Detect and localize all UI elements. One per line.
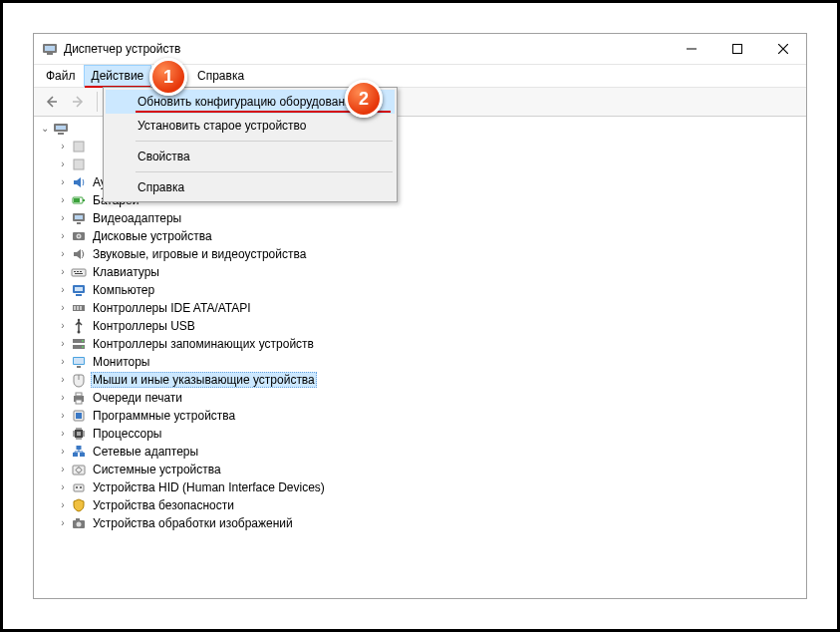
svg-rect-4 bbox=[733, 45, 742, 54]
annotation-badge-2: 2 bbox=[345, 80, 383, 118]
expand-icon[interactable]: › bbox=[56, 445, 70, 459]
svg-point-36 bbox=[82, 340, 84, 342]
expand-icon[interactable]: › bbox=[56, 463, 70, 476]
usb-icon bbox=[71, 318, 87, 334]
tree-category[interactable]: ›Мониторы bbox=[54, 353, 806, 371]
tree-category-label: Устройства HID (Human Interface Devices) bbox=[91, 480, 327, 494]
tree-category[interactable]: ›Устройства обработки изображений bbox=[54, 514, 806, 532]
menu-separator bbox=[136, 141, 393, 142]
svg-rect-27 bbox=[76, 294, 82, 296]
menu-action[interactable]: Действие bbox=[84, 65, 152, 87]
svg-rect-26 bbox=[75, 287, 83, 291]
expand-icon[interactable]: › bbox=[56, 283, 70, 297]
disk-icon bbox=[71, 228, 87, 244]
tree-category-label: Мыши и иные указывающие устройства bbox=[91, 372, 317, 388]
network-icon bbox=[71, 444, 87, 460]
maximize-button[interactable] bbox=[714, 34, 760, 64]
tree-category[interactable]: ›Звуковые, игровые и видеоустройства bbox=[54, 245, 806, 263]
tree-category[interactable]: ›Очереди печати bbox=[54, 389, 806, 407]
menu-add-legacy[interactable]: Установить старое устройство bbox=[106, 114, 395, 138]
expand-icon[interactable]: › bbox=[56, 373, 70, 387]
expand-icon[interactable]: › bbox=[56, 516, 70, 530]
security-icon bbox=[71, 497, 87, 513]
tree-category-label: Звуковые, игровые и видеоустройства bbox=[91, 247, 308, 261]
tree-category[interactable]: ›Контроллеры запоминающих устройств bbox=[54, 335, 806, 353]
menu-file[interactable]: Файл bbox=[38, 65, 84, 87]
svg-point-37 bbox=[82, 346, 84, 348]
svg-rect-1 bbox=[45, 46, 55, 51]
tree-category[interactable]: ›Мыши и иные указывающие устройства bbox=[54, 371, 806, 389]
expand-icon[interactable]: › bbox=[56, 391, 70, 405]
close-button[interactable] bbox=[760, 34, 806, 64]
tree-category[interactable]: ›Устройства безопасности bbox=[54, 496, 806, 514]
computer-icon bbox=[53, 121, 69, 137]
svg-rect-29 bbox=[74, 306, 76, 310]
nav-forward-button[interactable] bbox=[66, 89, 92, 115]
svg-rect-8 bbox=[58, 133, 64, 135]
menu-properties[interactable]: Свойства bbox=[106, 145, 395, 168]
svg-rect-10 bbox=[74, 159, 84, 169]
tree-category-label: Клавиатуры bbox=[91, 265, 161, 279]
tree-category[interactable]: ›Сетевые адаптеры bbox=[54, 443, 806, 461]
tree-category[interactable]: ›Устройства HID (Human Interface Devices… bbox=[54, 478, 806, 496]
tree-category-label: Контроллеры USB bbox=[91, 319, 197, 333]
tree-category[interactable]: ›Контроллеры IDE ATA/ATAPI bbox=[54, 299, 806, 317]
tree-category[interactable]: ›Видеоадаптеры bbox=[54, 209, 806, 227]
tree-category[interactable]: ›Программные устройства bbox=[54, 407, 806, 425]
svg-rect-13 bbox=[74, 198, 80, 202]
tree-category[interactable]: ›Контроллеры USB bbox=[54, 317, 806, 335]
expand-icon[interactable]: › bbox=[56, 337, 70, 351]
tree-category-label: Видеоадаптеры bbox=[91, 211, 183, 225]
svg-rect-48 bbox=[77, 432, 81, 436]
tree-category[interactable]: ›Компьютер bbox=[54, 281, 806, 299]
computer-icon bbox=[71, 282, 87, 298]
expand-icon[interactable]: › bbox=[56, 158, 70, 171]
expand-icon[interactable]: › bbox=[56, 427, 70, 441]
tree-category[interactable]: ›Процессоры bbox=[54, 425, 806, 443]
svg-rect-30 bbox=[77, 306, 79, 310]
tree-category[interactable]: ›Клавиатуры bbox=[54, 263, 806, 281]
svg-rect-31 bbox=[80, 306, 82, 310]
nav-back-button[interactable] bbox=[38, 89, 64, 115]
expand-icon[interactable]: › bbox=[56, 301, 70, 315]
app-icon bbox=[42, 41, 58, 57]
tree-category[interactable]: ›Системные устройства bbox=[54, 461, 806, 478]
expand-icon[interactable]: › bbox=[56, 211, 70, 225]
svg-rect-46 bbox=[76, 413, 82, 419]
hid-icon bbox=[71, 479, 87, 495]
software-device-icon bbox=[71, 408, 87, 424]
svg-point-33 bbox=[78, 319, 80, 321]
tree-category-label: Контроллеры IDE ATA/ATAPI bbox=[91, 301, 253, 315]
system-icon bbox=[71, 462, 87, 477]
svg-point-19 bbox=[78, 235, 80, 237]
minimize-button[interactable] bbox=[669, 34, 714, 64]
expand-icon[interactable]: › bbox=[56, 193, 70, 207]
expand-icon[interactable]: › bbox=[56, 175, 70, 189]
svg-rect-50 bbox=[80, 453, 85, 457]
menu-help[interactable]: Справка bbox=[189, 65, 252, 87]
tree-category[interactable]: ›Дисковые устройства bbox=[54, 227, 806, 245]
toolbar-separator bbox=[97, 92, 98, 112]
svg-rect-51 bbox=[77, 446, 82, 450]
expand-icon[interactable]: › bbox=[56, 355, 70, 369]
svg-rect-7 bbox=[56, 126, 66, 130]
collapse-icon[interactable]: ⌄ bbox=[38, 122, 52, 136]
expand-icon[interactable]: › bbox=[56, 247, 70, 261]
expand-icon[interactable]: › bbox=[56, 409, 70, 423]
svg-rect-12 bbox=[83, 199, 85, 201]
svg-rect-2 bbox=[47, 53, 53, 55]
tree-category-label: Контроллеры запоминающих устройств bbox=[91, 337, 316, 351]
expand-icon[interactable]: › bbox=[56, 229, 70, 243]
expand-icon[interactable]: › bbox=[56, 480, 70, 494]
menu-help[interactable]: Справка bbox=[106, 175, 395, 199]
expand-icon[interactable]: › bbox=[56, 498, 70, 512]
tree-category-label: Устройства безопасности bbox=[91, 498, 236, 512]
expand-icon[interactable]: › bbox=[56, 265, 70, 279]
svg-rect-54 bbox=[74, 484, 84, 491]
expand-icon[interactable]: › bbox=[56, 319, 70, 333]
battery-icon bbox=[71, 192, 87, 208]
svg-point-58 bbox=[77, 522, 82, 527]
sound-icon bbox=[71, 246, 87, 262]
expand-icon[interactable]: › bbox=[56, 140, 70, 154]
svg-rect-24 bbox=[75, 273, 83, 274]
